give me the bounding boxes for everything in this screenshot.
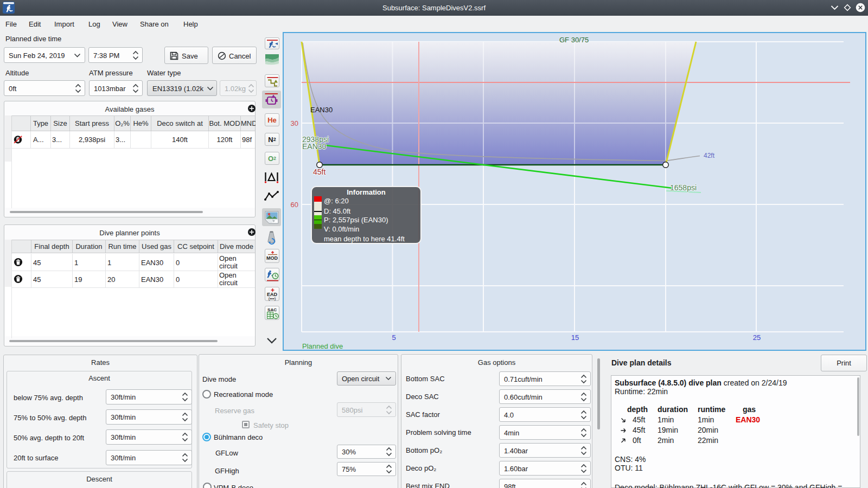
svg-text:1658psi: 1658psi <box>670 183 697 192</box>
svg-text:5: 5 <box>392 333 395 342</box>
svg-text:EAN30: EAN30 <box>302 142 327 151</box>
svg-text:25: 25 <box>753 333 761 342</box>
svg-text:EAN30: EAN30 <box>310 106 333 114</box>
svg-text:30: 30 <box>291 119 298 127</box>
svg-text:GF 30/75: GF 30/75 <box>559 36 589 44</box>
svg-text:45ft: 45ft <box>313 168 326 176</box>
svg-text:42ft: 42ft <box>704 152 715 159</box>
svg-text:Planned dive: Planned dive <box>302 342 343 350</box>
svg-text:60: 60 <box>291 201 298 209</box>
svg-text:15: 15 <box>571 333 579 342</box>
